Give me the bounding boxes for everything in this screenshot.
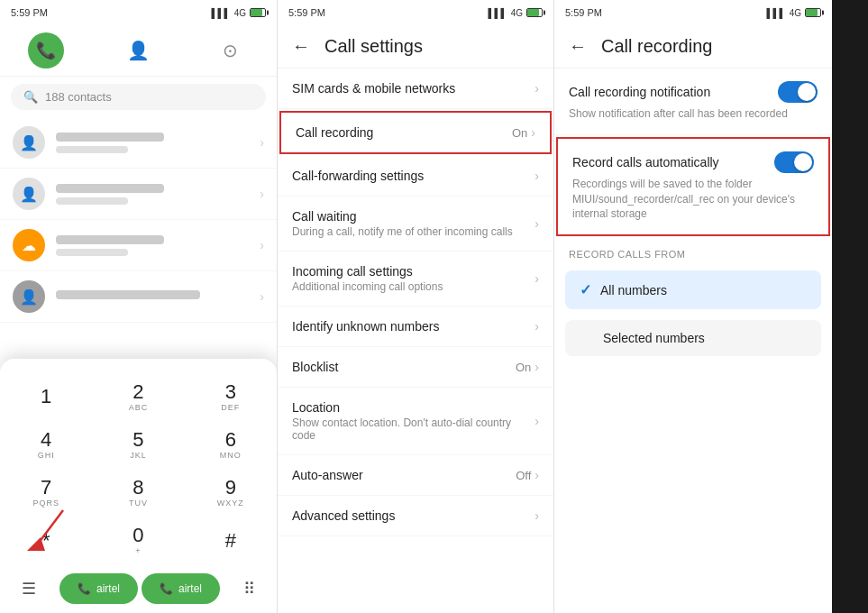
recording-option-row: Call recording notification xyxy=(569,81,818,103)
signal-icon-1: ▌▌▌ xyxy=(211,8,230,18)
settings-item-title: Incoming call settings xyxy=(292,264,535,279)
recording-header: ← Call recording xyxy=(554,25,832,69)
settings-item-content: Call waiting During a call, notify me of… xyxy=(292,209,535,238)
contact-name-blur xyxy=(56,133,164,142)
contact-item[interactable]: 👤 › xyxy=(0,271,277,323)
dialpad-key-4[interactable]: 4 GHI xyxy=(0,421,92,469)
contacts-count: 188 contacts xyxy=(45,90,112,104)
contact-name-blur xyxy=(56,290,200,299)
settings-item-call-waiting[interactable]: Call waiting During a call, notify me of… xyxy=(278,197,553,252)
settings-item-call-recording[interactable]: Call recording On › xyxy=(279,111,552,154)
arrow-annotation xyxy=(18,501,72,559)
settings-item-blocklist[interactable]: Blocklist On › xyxy=(278,347,553,388)
dialpad-key-2[interactable]: 2 ABC xyxy=(92,373,184,421)
dialpad-key-5[interactable]: 5 JKL xyxy=(92,421,184,469)
chevron-right-icon: › xyxy=(535,360,539,374)
dialpad-key-3[interactable]: 3 DEF xyxy=(185,373,277,421)
settings-item-sim-cards[interactable]: SIM cards & mobile networks › xyxy=(278,69,553,109)
contacts-nav-icon[interactable]: 👤 xyxy=(120,32,156,69)
settings-item-value: On xyxy=(516,361,531,374)
dialpad-key-9[interactable]: 9 WXYZ xyxy=(185,469,277,517)
settings-item-subtitle: During a call, notify me of other incomi… xyxy=(292,225,535,238)
auto-record-option[interactable]: Record calls automatically Recordings wi… xyxy=(556,137,830,236)
dialpad-key-hash[interactable]: # xyxy=(185,517,277,564)
network-type-3: 4G xyxy=(790,8,801,18)
phone-icon: 📞 xyxy=(78,582,91,595)
phone-icon-2: 📞 xyxy=(160,582,173,595)
chevron-right-icon: › xyxy=(535,169,539,183)
contact-info xyxy=(56,184,249,205)
settings-header: ← Call settings xyxy=(278,25,553,69)
contact-item[interactable]: ☁ › xyxy=(0,220,277,271)
settings-item-title: Advanced settings xyxy=(292,508,535,523)
chevron-right-icon: › xyxy=(535,319,539,334)
red-arrow-icon xyxy=(18,501,72,555)
back-button[interactable]: ← xyxy=(292,36,310,57)
settings-item-title: Identify unknown numbers xyxy=(292,319,535,334)
settings-item-content: Identify unknown numbers xyxy=(292,319,535,334)
settings-item-content: Incoming call settings Additional incomi… xyxy=(292,264,535,293)
menu-icon[interactable]: ☰ xyxy=(14,572,43,606)
contact-item[interactable]: 👤 › xyxy=(0,169,277,220)
contact-name-blur xyxy=(56,184,164,193)
settings-item-title: Call waiting xyxy=(292,209,535,224)
search-icon: 🔍 xyxy=(23,90,38,104)
dialpad-toggle-icon[interactable]: ⠿ xyxy=(236,572,262,606)
settings-item-advanced[interactable]: Advanced settings › xyxy=(278,496,553,536)
settings-item-content: Blocklist xyxy=(292,360,516,374)
auto-record-toggle[interactable] xyxy=(774,151,814,173)
chevron-right-icon: › xyxy=(535,508,539,523)
signal-icon-3: ▌▌▌ xyxy=(766,8,785,18)
status-bar-2: 5:59 PM ▌▌▌ 4G xyxy=(278,0,553,25)
notification-option-desc: Show notification after call has been re… xyxy=(569,106,818,122)
settings-item-value: Off xyxy=(516,469,531,482)
camera-nav-icon[interactable]: ⊙ xyxy=(213,32,249,69)
notification-option-title: Call recording notification xyxy=(569,85,710,99)
settings-item-content: SIM cards & mobile networks xyxy=(292,81,535,96)
chevron-right-icon: › xyxy=(535,81,539,96)
contact-info xyxy=(56,290,249,304)
auto-record-title: Record calls automatically xyxy=(572,155,719,169)
dialpad-key-1[interactable]: 1 xyxy=(0,373,92,421)
call-btn-airtel-2[interactable]: 📞 airtel xyxy=(142,573,220,604)
chevron-right-icon: › xyxy=(535,414,539,428)
record-from-label: RECORD CALLS FROM xyxy=(554,238,832,265)
dialpad-key-0[interactable]: 0 + xyxy=(92,517,184,564)
dialpad-key-6[interactable]: 6 MNO xyxy=(185,421,277,469)
settings-list: SIM cards & mobile networks › Call recor… xyxy=(278,69,553,613)
dialpad-key-8[interactable]: 8 TUV xyxy=(92,469,184,517)
signal-icon-2: ▌▌▌ xyxy=(488,8,507,18)
settings-item-title: SIM cards & mobile networks xyxy=(292,81,535,96)
call-btn-airtel-1[interactable]: 📞 airtel xyxy=(59,573,138,604)
settings-item-title: Call-forwarding settings xyxy=(292,169,535,183)
settings-item-call-forwarding[interactable]: Call-forwarding settings › xyxy=(278,156,553,197)
search-bar[interactable]: 🔍 188 contacts xyxy=(11,84,266,110)
recording-notification-option[interactable]: Call recording notification Show notific… xyxy=(554,69,832,135)
settings-item-location[interactable]: Location Show contact location. Don't au… xyxy=(278,388,553,455)
avatar: ☁ xyxy=(13,229,45,261)
chevron-right-icon: › xyxy=(260,238,264,252)
record-from-all-numbers[interactable]: ✓ All numbers xyxy=(565,270,821,309)
recording-title: Call recording xyxy=(601,36,712,57)
notification-toggle[interactable] xyxy=(778,81,818,103)
status-icons-3: ▌▌▌ 4G xyxy=(766,8,821,18)
status-time-2: 5:59 PM xyxy=(288,7,325,18)
settings-item-content: Call recording xyxy=(296,125,512,140)
record-from-selected-numbers[interactable]: Selected numbers xyxy=(565,320,821,356)
settings-item-auto-answer[interactable]: Auto-answer Off › xyxy=(278,455,553,496)
contact-item[interactable]: 👤 › xyxy=(0,117,277,169)
phone-nav-icon[interactable]: 📞 xyxy=(28,32,64,69)
settings-item-content: Location Show contact location. Don't au… xyxy=(292,400,535,442)
settings-item-identify-unknown[interactable]: Identify unknown numbers › xyxy=(278,306,553,347)
all-numbers-label: All numbers xyxy=(600,283,667,297)
chevron-right-icon: › xyxy=(260,289,264,304)
recording-back-button[interactable]: ← xyxy=(569,36,587,57)
checkmark-icon: ✓ xyxy=(580,281,591,298)
contact-info xyxy=(56,235,249,256)
settings-item-incoming-call[interactable]: Incoming call settings Additional incomi… xyxy=(278,252,553,306)
status-icons-1: ▌▌▌ 4G xyxy=(211,8,266,18)
contact-detail-blur xyxy=(56,249,128,256)
status-bar-1: 5:59 PM ▌▌▌ 4G xyxy=(0,0,277,25)
toggle-thumb-2 xyxy=(794,153,812,171)
settings-item-title: Auto-answer xyxy=(292,468,516,482)
